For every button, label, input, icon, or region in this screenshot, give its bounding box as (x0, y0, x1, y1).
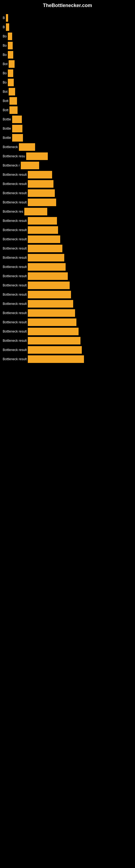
bar-label: Bottleneck result (3, 228, 27, 232)
bar-item: Bottle (0, 134, 135, 142)
bar-item: Bo (0, 79, 135, 86)
bar-label: Bottleneck result (3, 200, 27, 204)
bar-item: Bo (0, 33, 135, 40)
bar-label: Bott (3, 99, 8, 103)
bar-label: Bottleneck result (3, 357, 27, 361)
bar-item: Bottleneck r (0, 162, 135, 169)
bar-fill (28, 189, 55, 197)
bar-label: Bottle (3, 118, 11, 121)
bar-label: Bottleneck result (3, 330, 27, 333)
bar-label: Bottleneck result (3, 320, 27, 324)
bar-item: Bot (0, 88, 135, 95)
bar-item: Bottleneck result (0, 180, 135, 188)
bar-label: Bottleneck result (3, 173, 27, 177)
bar-fill (9, 88, 15, 95)
bar-item: Bottleneck result (0, 282, 135, 289)
bar-item: Bottleneck result (0, 198, 135, 206)
bar-fill (9, 97, 17, 105)
bar-item: Bottleneck result (0, 263, 135, 271)
bar-label: Bottle (3, 127, 11, 130)
bar-item: Bottleneck result (0, 171, 135, 179)
bar-fill (8, 33, 12, 40)
chart-area: BBBoBoBoBotBoBoBotBottBottBottleBottleBo… (0, 10, 135, 367)
bar-fill (28, 291, 71, 299)
bar-fill (28, 272, 68, 280)
bar-label: Bot (3, 62, 8, 66)
bar-fill (8, 79, 14, 86)
bar-fill (8, 42, 13, 50)
bar-label: B (3, 16, 5, 20)
bar-item: Bott (0, 106, 135, 114)
bar-label: Bo (3, 81, 7, 84)
bar-item: Bottleneck result (0, 217, 135, 225)
bar-item: B (0, 14, 135, 22)
bar-label: Bottleneck result (3, 302, 27, 306)
bar-label: Bottleneck (3, 145, 18, 149)
bar-fill (28, 328, 79, 335)
bar-item: Bottleneck result (0, 245, 135, 252)
bar-item: Bottleneck result (0, 236, 135, 243)
bar-item: Bottleneck res (0, 208, 135, 215)
bar-item: Bottleneck result (0, 309, 135, 317)
bar-item: Bottleneck result (0, 318, 135, 326)
bar-item: Bottleneck result (0, 189, 135, 197)
bar-item: Bottle (0, 116, 135, 123)
bar-item: Bottleneck result (0, 291, 135, 299)
bar-item: Bottleneck result (0, 272, 135, 280)
site-title: TheBottlenecker.com (0, 0, 135, 10)
bar-item: B (0, 23, 135, 31)
bar-label: Bottleneck result (3, 182, 27, 186)
bar-label: Bottleneck result (3, 219, 27, 223)
bar-fill (28, 282, 70, 289)
bar-item: Bo (0, 51, 135, 59)
bar-item: Bottleneck (0, 143, 135, 151)
bar-label: Bot (3, 90, 8, 94)
bar-label: Bottleneck result (3, 348, 27, 352)
bar-item: Bot (0, 60, 135, 68)
bar-label: Bottleneck result (3, 247, 27, 250)
bar-item: Bottleneck result (0, 346, 135, 354)
bar-fill (28, 300, 73, 308)
bar-item: Bottleneck result (0, 254, 135, 261)
bar-item: Bottleneck result (0, 355, 135, 363)
bar-label: Bottleneck res (3, 210, 23, 214)
bar-fill (28, 236, 60, 243)
bar-label: Bo (3, 44, 7, 48)
bar-label: Bottleneck r (3, 163, 20, 167)
bar-fill (19, 143, 35, 151)
bar-label: Bott (3, 108, 8, 112)
bar-fill (28, 254, 64, 261)
bar-fill (28, 309, 75, 317)
site-title-wrapper: TheBottlenecker.com (0, 0, 135, 10)
bar-label: Bo (3, 34, 7, 38)
bar-fill (28, 245, 62, 252)
bar-fill (6, 14, 8, 22)
bar-fill (21, 162, 39, 169)
bar-fill (28, 337, 81, 344)
bar-label: Bottleneck result (3, 293, 27, 297)
bar-item: Bottleneck result (0, 300, 135, 308)
bar-fill (28, 198, 56, 206)
bar-item: Bottleneck result (0, 328, 135, 335)
bar-item: Bo (0, 42, 135, 50)
bar-fill (9, 60, 14, 68)
bar-fill (28, 180, 53, 188)
bar-label: Bottleneck result (3, 191, 27, 195)
bar-fill (12, 134, 23, 142)
bar-fill (28, 355, 84, 363)
bar-label: Bottleneck result (3, 237, 27, 241)
bar-fill (28, 346, 82, 354)
bar-fill (8, 69, 13, 77)
bar-label: Bottle (3, 136, 11, 140)
bar-label: Bo (3, 71, 7, 75)
bar-fill (28, 263, 65, 271)
bar-label: Bottleneck result (3, 256, 27, 259)
bar-item: Bottleneck resu (0, 152, 135, 160)
bar-label: Bottleneck result (3, 339, 27, 343)
bar-fill (28, 217, 57, 225)
bar-item: Bott (0, 97, 135, 105)
bar-label: Bottleneck result (3, 274, 27, 278)
bar-item: Bottleneck result (0, 226, 135, 234)
bar-fill (28, 171, 52, 179)
bar-item: Bottleneck result (0, 337, 135, 344)
